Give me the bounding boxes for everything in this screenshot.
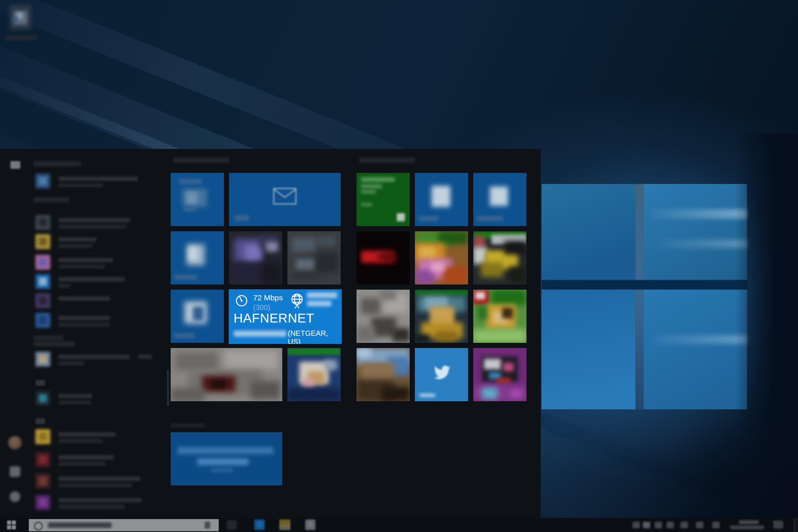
tile-art-blob [371,317,396,337]
tile-art-blob [292,238,316,251]
tile-art-blob [393,328,410,342]
tile-art-blob [357,326,375,342]
tray-icon-blurred[interactable] [696,522,703,528]
tile-art-blob [419,247,435,258]
tile-photos[interactable] [229,231,282,284]
action-center-icon[interactable] [773,521,783,529]
tile-gray-chart[interactable] [287,231,341,284]
tile-photo-dogs[interactable] [287,348,341,401]
tile-art-blob [193,307,204,320]
tray-icon-blurred[interactable] [712,522,720,528]
tile-art-blob [224,350,278,369]
tile-art-blob [497,378,510,383]
tray-icon-blurred[interactable] [681,522,688,528]
tile-art-blob [432,186,451,207]
tile-art-blob [232,262,266,282]
tile-phone[interactable] [171,231,224,284]
tile-xbox[interactable] [357,173,410,226]
tile-art-blob [380,290,396,300]
tile-art-blob [482,388,498,399]
tile-art-blob [357,348,371,358]
tile-art-blob [477,216,503,221]
tile-art-blob [211,468,233,472]
tile-netflix[interactable] [357,231,410,284]
system-tray [0,518,798,532]
clock-date-blurred[interactable] [730,525,764,529]
tile-art-blob [415,334,430,343]
tile-photo-rocks[interactable] [171,348,282,401]
tile-art-blob [361,184,382,188]
tile-mail[interactable] [229,173,341,226]
taskbar [0,518,798,532]
tile-art-blob [378,253,396,261]
tile-art-blob [443,266,468,284]
tile-art-blob [490,187,508,206]
twitter-bird-icon [433,362,450,380]
tile-art-blob [179,179,201,184]
tile-art-blob [504,241,526,255]
upload-info-blurred [307,301,331,306]
tray-icon-blurred[interactable] [666,522,674,528]
tile-art-blob [171,388,204,401]
tile-art-blob [397,213,405,221]
network-name: HAFNERNET [233,311,314,325]
tile-art-blob [419,394,435,397]
tile-luck-game[interactable] [473,290,526,343]
tile-movies-tv[interactable] [473,173,526,226]
tile-art-blob [174,333,195,338]
tile-art-blob [475,292,485,299]
tile-stone-game[interactable] [357,290,410,343]
tile-sandcastle-game[interactable] [415,290,468,343]
tray-icon-blurred[interactable] [643,522,650,528]
tile-twitter[interactable] [415,348,468,401]
tile-art-blob [361,177,395,182]
show-desktop-button[interactable] [794,518,798,532]
tile-art-blob [245,245,261,261]
tile-art-blob [418,216,439,221]
tile-art-blob [415,290,468,296]
tile-candy-game[interactable] [415,231,468,284]
tile-art-blob [315,253,338,273]
tile-art-blob [382,386,410,401]
tile-art-blob [197,458,249,466]
tile-art-blob [435,331,457,342]
tile-store-update[interactable] [171,432,282,485]
tile-art-blob [296,259,314,270]
tile-art-blob [481,262,503,277]
tile-art-blob [174,275,197,280]
tile-art-blob [503,363,514,371]
tile-network-speed-highlighted[interactable]: 72 Mbps (300) HAFNERNET (NETGEAR, US) [229,289,342,344]
tile-photo-app[interactable] [473,348,526,401]
tile-art-blob [187,192,197,204]
tile-art-blob [361,190,376,194]
tile-art-blob [502,308,513,318]
tile-art-blob [473,329,526,343]
tile-art-blob [317,236,335,246]
start-menu-tiles [0,0,798,532]
tile-art-blob [251,381,280,399]
tile-onenote[interactable] [171,290,224,343]
tile-racing-game[interactable] [473,231,526,284]
tile-art-blob [177,447,273,454]
tile-art-blob [491,290,526,306]
download-speed: 72 Mbps [253,293,283,302]
clock-time-blurred[interactable] [739,520,759,524]
mac-address-blurred [234,331,286,337]
tile-groove[interactable] [415,173,468,226]
tile-art-blob [511,389,522,398]
tray-chevron-icon[interactable] [632,522,640,528]
tile-calendar[interactable] [171,173,224,226]
tile-art-blob [302,379,314,388]
tile-art-blob [325,360,338,371]
network-globe-icon [289,293,305,310]
tile-art-blob [361,298,380,314]
tile-art-blob [361,203,373,207]
tile-art-blob [235,215,249,221]
tile-tank-game[interactable] [357,348,410,401]
tile-art-blob [508,266,526,282]
tile-art-blob [484,359,501,369]
tray-icon-blurred[interactable] [655,522,662,528]
tile-art-blob [287,388,341,401]
tile-art-blob [175,352,218,371]
tile-art-blob [189,247,197,260]
